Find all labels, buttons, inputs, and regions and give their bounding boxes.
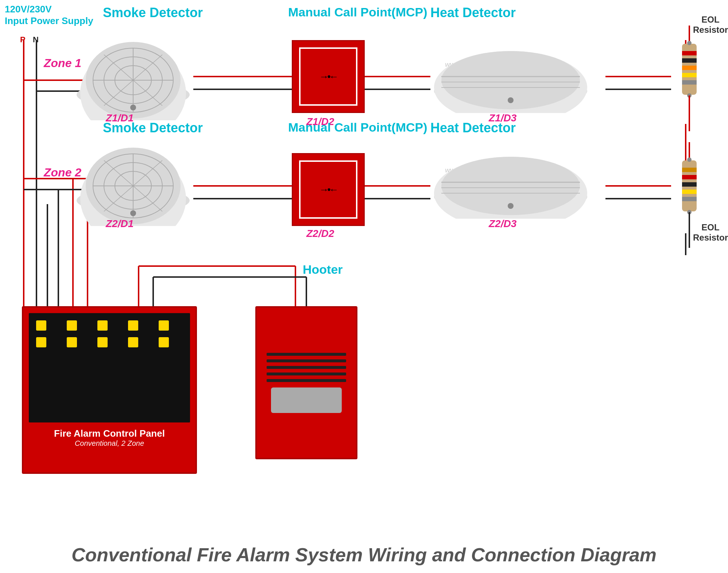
- mcp-z2-arrow: →•←: [319, 184, 337, 195]
- hooter-grille: [267, 353, 346, 382]
- svg-rect-87: [682, 197, 697, 201]
- eol-label-1: EOLResistor: [693, 15, 728, 35]
- smoke-detector-z1-label: Smoke Detector: [103, 5, 203, 20]
- hooter-label: Hooter: [303, 262, 343, 277]
- led-8: [97, 337, 108, 347]
- smoke-detector-z1: [73, 36, 193, 120]
- svg-rect-84: [682, 175, 697, 179]
- heat-detector-z1-label: Heat Detector: [430, 5, 516, 20]
- hooter: [255, 306, 357, 459]
- main-title: Conventional Fire Alarm System Wiring an…: [0, 544, 728, 566]
- mcp-z1-label: Manual Call Point(MCP): [288, 5, 427, 19]
- power-p-label: P: [20, 35, 26, 44]
- z2d3-label: Z2/D3: [489, 218, 516, 230]
- led-3: [97, 320, 108, 331]
- svg-rect-75: [682, 73, 697, 77]
- svg-rect-74: [682, 66, 697, 70]
- led-6: [36, 337, 46, 347]
- led-1: [36, 320, 46, 331]
- smoke-detector-z2-label: Smoke Detector: [103, 120, 203, 136]
- svg-point-44: [130, 105, 136, 110]
- facp-sub-label: Conventional, 2 Zone: [23, 439, 195, 448]
- grille-line-5: [267, 379, 346, 382]
- mcp-z2d2: →•←: [292, 153, 365, 226]
- heat-detector-z2-label: Heat Detector: [430, 120, 516, 136]
- svg-point-62: [508, 97, 514, 103]
- power-supply-label: Input Power Supply: [5, 15, 93, 27]
- power-n-label: N: [33, 35, 39, 44]
- zone1-label: Zone 1: [44, 56, 81, 70]
- svg-rect-86: [682, 190, 697, 194]
- led-7: [67, 337, 77, 347]
- heat-detector-z1: [430, 40, 609, 114]
- led-10: [159, 337, 169, 347]
- grille-line-1: [267, 353, 346, 356]
- mcp-z2-label: Manual Call Point(MCP): [288, 120, 427, 135]
- svg-point-69: [508, 203, 514, 209]
- eol-resistor-1: [671, 26, 708, 133]
- smoke-detector-z2: [73, 142, 193, 226]
- hooter-speaker: [271, 387, 342, 413]
- grille-line-3: [267, 366, 346, 369]
- svg-point-88: [687, 157, 692, 162]
- led-2: [67, 320, 77, 331]
- svg-rect-76: [682, 80, 697, 85]
- zone2-label: Zone 2: [44, 166, 81, 179]
- z2d2-label: Z2/D2: [306, 228, 334, 239]
- facp-leds: [36, 320, 183, 347]
- grille-line-2: [267, 359, 346, 362]
- svg-rect-85: [682, 182, 697, 187]
- led-9: [128, 337, 138, 347]
- mcp-z1-arrow: →•←: [319, 71, 337, 82]
- voltage-label: 120V/230V: [5, 4, 52, 15]
- eol-label-2: EOLResistor: [693, 222, 728, 243]
- mcp-z1d2: →•←: [292, 40, 365, 113]
- svg-point-55: [130, 210, 136, 216]
- svg-rect-73: [682, 58, 697, 63]
- facp-main-label: Fire Alarm Control Panel: [23, 428, 195, 439]
- led-4: [128, 320, 138, 331]
- svg-rect-83: [682, 168, 697, 172]
- grille-line-4: [267, 373, 346, 375]
- svg-rect-72: [682, 51, 697, 55]
- z2d1-label: Z2/D1: [106, 218, 133, 230]
- facp: Fire Alarm Control Panel Conventional, 2…: [22, 306, 197, 474]
- facp-label: Fire Alarm Control Panel Conventional, 2…: [23, 428, 195, 448]
- heat-detector-z2: [430, 146, 609, 220]
- svg-point-78: [687, 41, 692, 45]
- led-5: [159, 320, 169, 331]
